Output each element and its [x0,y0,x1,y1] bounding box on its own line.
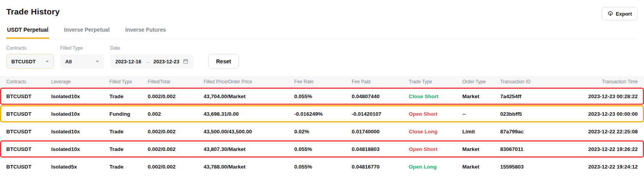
cell-order-type: Market [462,164,500,170]
table-body: BTCUSDT Isolated10x Trade 0.002/0.002 43… [0,88,644,170]
column-header-leverage: Leverage [51,79,109,84]
column-header-transaction-time: Transaction Time [563,79,638,84]
cell-fee-paid: 0.04818803 [352,146,409,152]
cell-filled-price: 43,807.30/Market [204,146,294,152]
cell-fee-paid: 0.01740000 [352,129,409,135]
tab-usdt-perpetual[interactable]: USDT Perpetual [6,26,49,39]
cell-fee-rate: 0.055% [294,164,352,170]
cell-filled-type: Trade [109,129,148,135]
contracts-filter: Contracts BTCUSDT [6,45,54,69]
column-header-contracts: Contracts [6,79,51,84]
cell-transaction-id: 15595803 [500,164,563,170]
table-row: BTCUSDT Isolated5x Trade 0.002/0.002 43,… [0,158,644,170]
cell-transaction-id: 87a799ac [500,129,563,135]
column-header-trade-type: Trade Type [409,79,462,84]
column-header-filled-type: Filled Type [109,79,148,84]
cell-contracts: BTCUSDT [6,129,51,135]
contracts-select[interactable]: BTCUSDT [6,54,54,69]
cell-fee-rate: 0.055% [294,146,352,152]
cell-fee-paid: 0.04807440 [352,93,409,99]
tabs: USDT PerpetualInverse PerpetualInverse F… [6,26,638,39]
cell-trade-type: Open Short [409,111,462,117]
table-row: BTCUSDT Isolated10x Trade 0.002/0.002 43… [0,88,644,105]
cell-filled-type: Funding [109,111,148,117]
download-icon [608,11,613,16]
cell-leverage: Isolated10x [51,111,109,117]
column-header-transaction-id: Transaction ID [500,79,563,84]
column-header-filled-price-order-price: Filled Price/Order Price [204,79,294,84]
export-button[interactable]: Export [602,7,638,20]
cell-order-type: Market [462,93,500,99]
cell-filled-price: 43,788.00/Market [204,164,294,170]
date-end-value[interactable]: 2023-12-23 [154,59,180,65]
cell-transaction-time: 2023-12-22 22:25:08 [563,129,638,135]
filled-type-select-value: All [65,59,72,65]
cell-transaction-time: 2023-12-23 00:28:22 [563,93,638,99]
cell-leverage: Isolated5x [51,164,109,170]
cell-transaction-id: 83067011 [500,146,563,152]
date-filter: Date 2023-12-16 → 2023-12-23 [110,45,193,69]
cell-filled-total: 0.002 [148,111,204,117]
cell-filled-total: 0.002/0.002 [148,93,204,99]
cell-fee-paid: -0.01420107 [352,111,409,117]
cell-filled-total: 0.002/0.002 [148,146,204,152]
filters: Contracts BTCUSDT Filled Type All Date 2… [6,45,638,69]
filled-type-select[interactable]: All [60,54,104,69]
page-title: Trade History [6,7,638,16]
cell-transaction-time: 2023-12-22 19:24:12 [563,164,638,170]
table-row: BTCUSDT Isolated10x Trade 0.002/0.002 43… [0,140,644,158]
table-row: BTCUSDT Isolated10x Trade 0.002/0.002 43… [0,123,644,140]
trade-history-page: Trade History Export USDT PerpetualInver… [0,0,644,183]
cell-filled-price: 43,698.31/0.00 [204,111,294,117]
arrow-right-icon: → [145,59,150,65]
date-range-picker[interactable]: 2023-12-16 → 2023-12-23 [110,54,193,69]
cell-transaction-id: 023bbff5 [500,111,563,117]
table-row: BTCUSDT Isolated10x Funding 0.002 43,698… [0,105,644,123]
reset-button[interactable]: Reset [208,54,239,69]
cell-filled-price: 43,500.00/43,500.00 [204,129,294,135]
cell-leverage: Isolated10x [51,146,109,152]
cell-fee-paid: 0.04816770 [352,164,409,170]
tab-inverse-futures[interactable]: Inverse Futures [125,26,167,39]
cell-filled-type: Trade [109,146,148,152]
date-start-value[interactable]: 2023-12-16 [115,59,141,65]
cell-transaction-time: 2023-12-23 00:00:00 [563,111,638,117]
cell-contracts: BTCUSDT [6,93,51,99]
cell-trade-type: Open Short [409,146,462,152]
column-header-fee-rate: Fee Rate [294,79,352,84]
filled-type-filter-label: Filled Type [60,45,104,51]
cell-trade-type: Close Long [409,129,462,135]
column-header-fee-paid: Fee Paid [352,79,409,84]
contracts-filter-label: Contracts [6,45,54,51]
cell-filled-type: Trade [109,164,148,170]
cell-filled-total: 0.002/0.002 [148,164,204,170]
caret-down-icon [96,61,99,63]
caret-down-icon [46,61,49,63]
cell-filled-type: Trade [109,93,148,99]
cell-transaction-id: 7a4254ff [500,93,563,99]
cell-leverage: Isolated10x [51,93,109,99]
export-button-label: Export [616,11,632,17]
cell-trade-type: Close Short [409,93,462,99]
cell-filled-total: 0.002/0.002 [148,129,204,135]
date-filter-label: Date [110,45,193,51]
filled-type-filter: Filled Type All [60,45,104,69]
cell-order-type: Limit [462,129,500,135]
contracts-select-value: BTCUSDT [11,59,36,65]
cell-fee-rate: 0.055% [294,93,352,99]
cell-leverage: Isolated10x [51,129,109,135]
column-header-order-type: Order Type [462,79,500,84]
cell-filled-price: 43,704.00/Market [204,93,294,99]
cell-order-type: Market [462,146,500,152]
cell-contracts: BTCUSDT [6,146,51,152]
table-header: ContractsLeverageFilled TypeFilled/Total… [0,76,644,88]
topbar: Trade History [0,0,644,16]
tab-inverse-perpetual[interactable]: Inverse Perpetual [63,26,111,39]
calendar-icon [183,59,188,64]
cell-transaction-time: 2023-12-22 19:26:22 [563,146,638,152]
cell-contracts: BTCUSDT [6,164,51,170]
cell-contracts: BTCUSDT [6,111,51,117]
cell-fee-rate: -0.016249% [294,111,352,117]
column-header-filled-total: Filled/Total [148,79,204,84]
cell-trade-type: Open Long [409,164,462,170]
